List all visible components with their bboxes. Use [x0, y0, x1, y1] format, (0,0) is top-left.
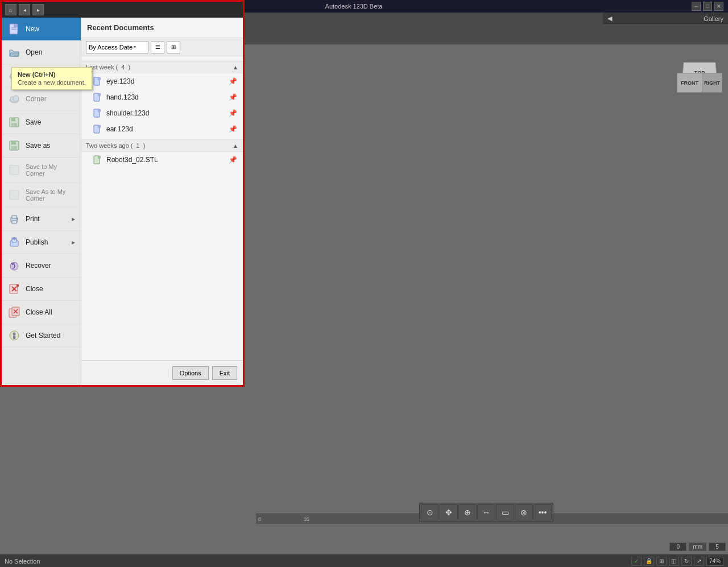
- status-sync[interactable]: ↻: [681, 557, 692, 566]
- sidebar-item-corner2: Corner: [2, 88, 81, 111]
- view-toggle-list[interactable]: ☰: [151, 41, 164, 53]
- status-zoom: 74%: [706, 557, 723, 566]
- sidebar-item-save-to-corner: Save to My Corner: [2, 158, 81, 183]
- bottom-btn-more[interactable]: •••: [533, 504, 552, 520]
- viewcube-right[interactable]: RIGHT: [702, 73, 722, 93]
- bottom-btn-zoom[interactable]: ⊕: [458, 504, 477, 520]
- gallery-panel[interactable]: ◀ Gallery: [603, 13, 728, 25]
- group-two-weeks-collapse[interactable]: ▲: [233, 143, 238, 149]
- minimize-button[interactable]: –: [692, 2, 701, 11]
- file-pin-hand[interactable]: 📌: [229, 93, 237, 101]
- file-pin-ear[interactable]: 📌: [229, 125, 237, 133]
- svg-rect-1: [14, 24, 18, 27]
- options-button[interactable]: Options: [172, 366, 209, 380]
- sidebar-item-open[interactable]: Open: [2, 41, 81, 64]
- svg-rect-43: [98, 109, 101, 112]
- filter-bar: By Access Date ▾ ☰ ⊞: [81, 38, 243, 56]
- svg-point-36: [13, 333, 16, 336]
- coord-display: 0 mm 5: [669, 543, 726, 551]
- sidebar-save-label: Save: [26, 118, 41, 126]
- file-name-robot: Robot3d_02.STL: [106, 156, 224, 164]
- file-item-hand[interactable]: hand.123d 📌: [81, 89, 243, 105]
- file-item-ear[interactable]: ear.123d 📌: [81, 121, 243, 137]
- exit-button[interactable]: Exit: [212, 366, 237, 380]
- status-grid[interactable]: ⊞: [656, 557, 667, 566]
- tooltip-description: Create a new document.: [18, 79, 86, 86]
- svg-rect-17: [10, 165, 19, 175]
- file-name-shoulder: shoulder.123d: [106, 109, 224, 117]
- sidebar-item-close[interactable]: Close: [2, 278, 81, 301]
- recover-icon: [7, 259, 21, 272]
- sidebar-item-save-as[interactable]: Save as: [2, 134, 81, 158]
- svg-rect-37: [13, 336, 15, 339]
- panel-home-button[interactable]: ⌂: [5, 4, 16, 15]
- svg-rect-45: [98, 125, 101, 128]
- sidebar-recover-label: Recover: [26, 262, 51, 270]
- file-list: Last week (4) ▲ eye.123d 📌: [81, 56, 243, 170]
- status-text: No Selection: [5, 558, 40, 565]
- gallery-label: Gallery: [612, 15, 723, 22]
- sidebar-item-save-as-corner: Save As to My Corner: [2, 183, 81, 208]
- recent-documents-area: Recent Documents By Access Date ▾ ☰ ⊞ La…: [81, 18, 243, 360]
- view-toggle-grid[interactable]: ⊞: [167, 41, 180, 53]
- svg-rect-15: [11, 141, 16, 144]
- maximize-button[interactable]: □: [703, 2, 712, 11]
- status-arrow[interactable]: ↗: [694, 557, 704, 566]
- viewcube-front[interactable]: FRONT: [677, 73, 702, 93]
- file-icon-ear: [93, 125, 102, 134]
- publish-icon: [7, 235, 21, 249]
- sidebar-item-recover[interactable]: Recover: [2, 254, 81, 278]
- coord-value: 5: [709, 543, 726, 551]
- sidebar-item-publish[interactable]: Publish: [2, 231, 81, 254]
- sidebar-close-all-label: Close All: [26, 308, 52, 316]
- panel-back-button[interactable]: ◂: [19, 4, 30, 15]
- file-icon-eye: [93, 77, 102, 86]
- svg-rect-47: [98, 156, 101, 159]
- sidebar-item-get-started[interactable]: Get Started: [2, 324, 81, 347]
- file-pin-shoulder[interactable]: 📌: [229, 109, 237, 117]
- file-pin-eye[interactable]: 📌: [229, 77, 237, 85]
- viewcube[interactable]: TOP FRONT RIGHT: [677, 50, 722, 96]
- svg-point-9: [13, 96, 19, 101]
- file-item-robot[interactable]: Robot3d_02.STL 📌: [81, 152, 243, 168]
- sidebar-get-started-label: Get Started: [26, 332, 60, 340]
- bottom-btn-orbit[interactable]: ⊙: [421, 504, 439, 520]
- panel-header: ⌂ ◂ ▸: [2, 2, 243, 18]
- save-as-icon: [7, 139, 21, 152]
- recent-documents-header: Recent Documents: [81, 18, 243, 38]
- group-last-week-count: 4: [121, 64, 125, 71]
- tooltip-title: New (Ctrl+N): [18, 71, 86, 78]
- filter-dropdown[interactable]: By Access Date ▾: [86, 41, 148, 53]
- file-group-two-weeks: Two weeks ago (1) ▲: [81, 139, 243, 152]
- file-name-eye: eye.123d: [106, 77, 224, 85]
- bottom-btn-pan[interactable]: ✥: [440, 504, 458, 520]
- panel-forward-button[interactable]: ▸: [32, 4, 44, 15]
- corner2-icon: [7, 92, 21, 106]
- file-icon-robot: [93, 155, 102, 164]
- sidebar-item-save[interactable]: Save: [2, 111, 81, 134]
- bottom-btn-move[interactable]: ↔: [477, 504, 495, 520]
- group-two-weeks-count: 1: [136, 142, 140, 149]
- sidebar-item-print[interactable]: Print: [2, 208, 81, 231]
- close-file-icon: [7, 282, 21, 296]
- file-pin-robot[interactable]: 📌: [229, 156, 237, 164]
- file-icon-hand: [93, 93, 102, 102]
- filter-arrow: ▾: [134, 44, 136, 49]
- bottom-btn-target[interactable]: ⊗: [515, 504, 533, 520]
- file-item-shoulder[interactable]: shoulder.123d 📌: [81, 105, 243, 121]
- status-check: ✓: [631, 557, 642, 566]
- viewport-bottom-toolbar: ⊙ ✥ ⊕ ↔ ▭ ⊗ •••: [245, 502, 728, 523]
- sidebar-item-new[interactable]: New: [2, 18, 81, 41]
- status-layers[interactable]: ◫: [669, 557, 679, 566]
- sidebar-save-to-corner-label: Save to My Corner: [26, 163, 75, 177]
- file-name-hand: hand.123d: [106, 93, 224, 101]
- 3d-viewport: TOP FRONT RIGHT: [245, 44, 728, 535]
- sidebar-open-label: Open: [26, 48, 42, 56]
- svg-rect-39: [98, 77, 101, 80]
- close-button[interactable]: ✕: [714, 2, 723, 11]
- bottom-btn-rect[interactable]: ▭: [496, 504, 514, 520]
- new-tooltip: New (Ctrl+N) Create a new document.: [11, 67, 92, 90]
- group-last-week-collapse[interactable]: ▲: [233, 64, 238, 71]
- file-item-eye[interactable]: eye.123d 📌: [81, 73, 243, 89]
- sidebar-item-close-all[interactable]: Close All: [2, 301, 81, 324]
